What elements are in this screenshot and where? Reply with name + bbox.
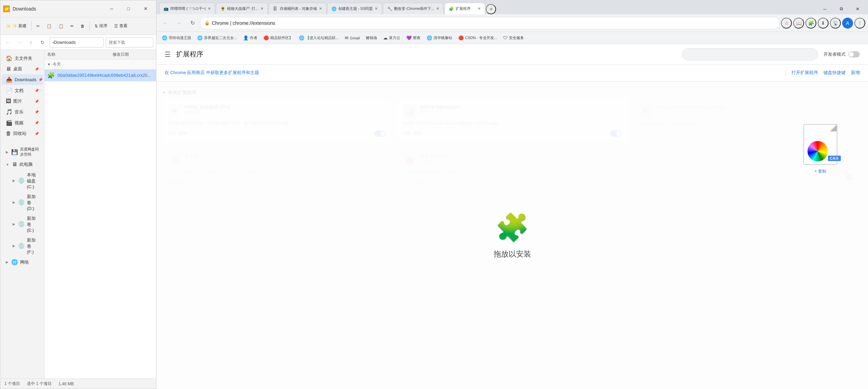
ext-open-link[interactable]: 打开扩展程序 bbox=[792, 67, 818, 79]
rename-button[interactable]: ✏ bbox=[68, 22, 76, 30]
bookmark-isekai[interactable]: 🌐 异界越近二次元女... bbox=[194, 34, 240, 42]
close-button[interactable]: ✕ bbox=[138, 3, 153, 15]
browser-restore[interactable]: ⧉ bbox=[833, 3, 849, 14]
ext-section-all[interactable]: ▼ 所有扩展程序 bbox=[162, 87, 863, 99]
cast-button[interactable]: 📡 bbox=[830, 18, 841, 29]
delete-button[interactable]: 🗑 bbox=[78, 22, 87, 30]
bookmark-tsinghua[interactable]: 🌐 清华镜像站 bbox=[424, 34, 455, 42]
bookmark-software[interactable]: 🔴 精品软件区】 bbox=[261, 34, 295, 42]
bookmark-gambling[interactable]: 赌钱场 bbox=[363, 34, 380, 42]
ext-grid: ♾ Infinity 新标签页 (Pro) 10.0.11.1 infinity… bbox=[162, 99, 863, 192]
sidebar-item-drive-c[interactable]: ▶ 💿 本地磁盘 (C:) bbox=[8, 170, 43, 191]
ext-toggle-caochashi[interactable] bbox=[610, 180, 622, 186]
extensions-menu-button[interactable]: 🧩 bbox=[805, 18, 816, 29]
sidebar-item-home[interactable]: 🏠 主文件夹 bbox=[2, 53, 43, 64]
expand-icon-baidu: ▶ bbox=[6, 150, 8, 154]
ext-toggle-boforst[interactable] bbox=[610, 130, 622, 137]
pin-icon-music: 📌 bbox=[35, 110, 39, 114]
sidebar-item-pictures[interactable]: 🖼 图片 📌 bbox=[2, 96, 43, 106]
sidebar-item-baidu[interactable]: ▶ 💾 百度网盘同步空间 bbox=[2, 145, 43, 159]
bookmark-compute[interactable]: ☁ 算力云 bbox=[380, 34, 403, 42]
bookmark-author[interactable]: 👤 作者 bbox=[240, 34, 260, 42]
ext-toggle-infinity[interactable] bbox=[374, 130, 386, 137]
browser-minimize[interactable]: ─ bbox=[817, 3, 833, 14]
downloads-toolbar-button[interactable]: ⬇ bbox=[818, 18, 829, 29]
ext-chrome-store-link[interactable]: 在 Chrome 应用商店 中获取更多扩展程序和主题 bbox=[165, 67, 259, 79]
title-bar: 📁 Downloads ─ □ ✕ bbox=[0, 0, 156, 17]
paste-button[interactable]: 📋 bbox=[56, 22, 66, 30]
tab-chrome-ext[interactable]: 🔧 翻改变-Chrome插件下... ✕ bbox=[383, 3, 444, 14]
crx-copy-label[interactable]: + 复制 bbox=[793, 169, 848, 174]
ext-search-input[interactable] bbox=[682, 48, 818, 60]
bookmark-gothic[interactable]: 🌐 哥特动漫王国 bbox=[159, 34, 194, 42]
tab-close-storage[interactable]: ✕ bbox=[319, 6, 322, 11]
ext-icon-caochashi: 🔴 bbox=[403, 154, 416, 167]
tab-close-bilibili[interactable]: ✕ bbox=[208, 6, 211, 11]
reading-list-button[interactable]: 📖 bbox=[793, 18, 804, 29]
new-button[interactable]: ✨ ✨ 新建 bbox=[3, 22, 29, 30]
bookmark-csdn[interactable]: 🔴 CSDN - 专业开发... bbox=[456, 34, 500, 42]
group-header-today[interactable]: ▼ 今天 bbox=[45, 59, 156, 69]
sidebar-item-drive-f[interactable]: ▶ 💿 新加卷 (F:) bbox=[8, 235, 43, 257]
ext-keyboard-link[interactable]: 键盘快捷键 bbox=[823, 67, 846, 79]
tab-plants[interactable]: 🌻 植物大战僵尸: 打... ✕ bbox=[216, 3, 268, 14]
sidebar-item-downloads[interactable]: 📥 Downloads 📌 bbox=[2, 74, 43, 85]
bookmark-gmail[interactable]: ✉ Gmail bbox=[342, 34, 362, 42]
tab-close-ss[interactable]: ✕ bbox=[375, 6, 378, 11]
tab-storage[interactable]: 🗄 存储桶列表 - 对象存储 ✕ bbox=[269, 3, 326, 14]
profile-avatar[interactable]: A bbox=[842, 18, 853, 29]
section-arrow-icon: ▼ bbox=[162, 90, 166, 95]
tab-ss[interactable]: 🌐 创建新主题 - SS同盟 ✕ bbox=[327, 3, 382, 14]
address-path[interactable]: › Downloads bbox=[49, 37, 104, 48]
sidebar-item-docs[interactable]: 📄 文档 📌 bbox=[2, 85, 43, 96]
dev-mode-switch[interactable] bbox=[848, 51, 860, 57]
sort-button[interactable]: ⇅ 排序 bbox=[92, 22, 110, 30]
refresh-button[interactable]: ↻ bbox=[38, 38, 47, 47]
file-row[interactable]: 🧩 00a0ddae295149be94cadc699eb421a8.crx 2… bbox=[45, 69, 156, 82]
new-tab-button[interactable]: + bbox=[486, 4, 496, 14]
chrome-back-button[interactable]: ← bbox=[159, 17, 171, 29]
sidebar-item-network[interactable]: ▶ 🌐 网络 bbox=[2, 257, 43, 267]
sidebar-item-drive-d[interactable]: ▶ 💿 新加卷 (D:) bbox=[8, 192, 43, 213]
minimize-button[interactable]: ─ bbox=[104, 3, 119, 15]
tab-close-ext[interactable]: ✕ bbox=[436, 6, 439, 11]
ext-card-header-3: 👁 User-Agent Switcher for Chrome bbox=[639, 104, 857, 118]
ext-card-header-2: 📊 boforst Adjustment 1.9.7 bbox=[403, 104, 621, 118]
ext-toggle-zuixingqu[interactable] bbox=[374, 180, 386, 186]
chrome-reload-button[interactable]: ↻ bbox=[186, 17, 199, 29]
puzzle-drag-icon: 🧩 bbox=[495, 212, 529, 244]
maximize-button[interactable]: □ bbox=[121, 3, 136, 15]
ext-card-header-5: 🔴 草艾茶试试看 4.306.127 bbox=[403, 154, 621, 167]
cut-button[interactable]: ✂ bbox=[34, 22, 42, 30]
sidebar-item-drive-e[interactable]: ▶ 💿 新加卷 (E:) bbox=[8, 213, 43, 235]
sidebar-item-music[interactable]: 🎵 音乐 📌 bbox=[2, 107, 43, 117]
up-button[interactable]: ↑ bbox=[26, 38, 36, 47]
copy-button[interactable]: 📋 bbox=[44, 22, 54, 30]
bookmark-security[interactable]: 🛡 安全服务 bbox=[500, 34, 527, 42]
sidebar-item-videos[interactable]: 🎬 视频 📌 bbox=[2, 118, 43, 128]
bookmark-huiye[interactable]: 💜 辉夜 bbox=[404, 34, 423, 42]
tab-extensions[interactable]: 🧩 扩展程序 ✕ bbox=[444, 3, 485, 14]
search-input[interactable] bbox=[106, 37, 153, 48]
window-controls: ─ □ ✕ bbox=[104, 3, 153, 15]
chrome-forward-button[interactable]: → bbox=[173, 17, 185, 29]
sidebar-item-desktop[interactable]: 🖥 桌面 📌 bbox=[2, 64, 43, 74]
tab-close-plants[interactable]: ✕ bbox=[260, 6, 263, 11]
ext-toggle-empty[interactable] bbox=[845, 174, 857, 180]
ext-icon-empty bbox=[639, 154, 652, 167]
browser-close[interactable]: ✕ bbox=[850, 3, 865, 14]
ext-new-link[interactable]: 新增 bbox=[851, 67, 860, 79]
tab-close-extensions[interactable]: ✕ bbox=[478, 6, 481, 11]
sidebar-item-recycle[interactable]: 🗑 回收站 📌 bbox=[2, 128, 43, 139]
thispc-icon: 🖥 bbox=[12, 161, 17, 167]
forward-button[interactable]: → bbox=[15, 38, 24, 47]
menu-button[interactable]: ⋮ bbox=[854, 18, 865, 29]
omnibox[interactable]: 🔒 Chrome | chrome://extensions bbox=[200, 17, 780, 29]
back-button[interactable]: ← bbox=[3, 38, 13, 47]
sidebar-item-thispc[interactable]: ▼ 🖥 此电脑 bbox=[2, 159, 43, 170]
tab-bilibili[interactable]: 📺 哔哩哔哩 ( '-'つロ干~| ✕ bbox=[159, 3, 215, 14]
ext-menu-button[interactable]: ☰ bbox=[165, 50, 171, 58]
bookmark-button[interactable]: ☆ bbox=[781, 18, 792, 29]
bookmark-forum[interactable]: 🌐 【进入论坛精品软... bbox=[296, 34, 341, 42]
view-button[interactable]: ☰ 查看 bbox=[112, 22, 130, 30]
